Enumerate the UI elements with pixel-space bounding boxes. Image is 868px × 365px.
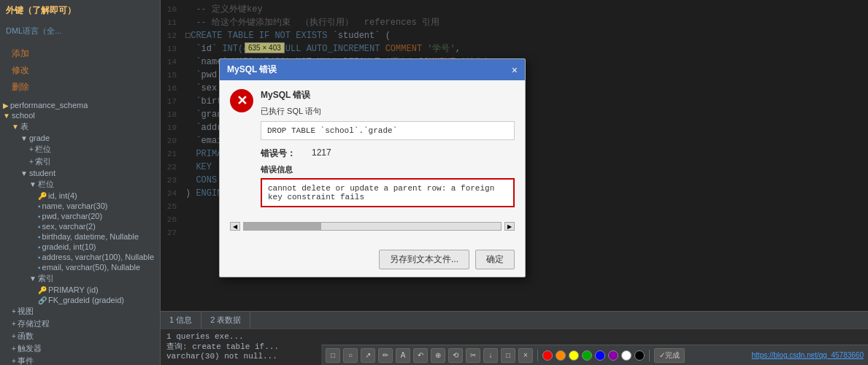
events-icon: +	[12, 357, 16, 365]
error-msg-label: 错误信息	[261, 164, 515, 175]
draw-download-btn[interactable]: ↓	[483, 348, 498, 363]
tree-item-field-sex: ▪ sex, varchar(2)	[0, 221, 160, 231]
student-index-icon: ▼	[29, 274, 37, 283]
scroll-left-arrow[interactable]: ◀	[230, 222, 240, 231]
tree-item-field-email: ▪ email, varchar(50), Nullable	[0, 262, 160, 272]
tree-item-school[interactable]: ▼ school	[0, 110, 160, 120]
field-icon-address: ▪	[38, 253, 41, 261]
triggers-icon: +	[12, 345, 16, 353]
tree-item-field-pwd: ▪ pwd, varchar(20)	[0, 211, 160, 221]
field-icon-name: ▪	[38, 202, 41, 210]
sidebar-actions: 添加 修改 删除	[0, 41, 160, 100]
scroll-track[interactable]	[243, 222, 502, 231]
color-red[interactable]	[542, 350, 553, 361]
modal-scrollbar: ◀ ▶	[230, 222, 515, 231]
draw-copy-btn[interactable]: □	[501, 348, 515, 363]
draw-crop-btn[interactable]: ⊕	[431, 348, 445, 363]
field-icon-email: ▪	[38, 264, 41, 272]
csdn-link[interactable]: https://blog.csdn.net/qq_45783660	[752, 351, 864, 359]
tree-item-field-gradeid: ▪ gradeid, int(10)	[0, 242, 160, 252]
dml-label: DML语言（全...	[0, 21, 160, 41]
field-icon-gradeid: ▪	[38, 243, 41, 251]
error-num-value: 1217	[312, 147, 331, 160]
procedures-icon: +	[12, 320, 16, 328]
mysql-error-dialog: MySQL 错误 × ✕ MySQL 错误 已执行 SQL 语句 DROP TA…	[219, 58, 526, 277]
tab-info[interactable]: 1 信息	[161, 312, 201, 328]
error-num-label: 错误号：	[261, 147, 297, 160]
tree-item-performance[interactable]: ▶ performance_schema	[0, 100, 160, 110]
table-grade-icon: ▼	[20, 134, 28, 142]
delete-action[interactable]: 删除	[6, 79, 154, 96]
ok-button[interactable]: 确定	[475, 250, 515, 269]
color-green[interactable]	[582, 350, 592, 361]
tree-item-grade-columns[interactable]: + 栏位	[0, 143, 160, 155]
tree-item-index-fk: 🔗 FK_gradeid (gradeid)	[0, 295, 160, 305]
error-icon: ✕	[230, 89, 253, 112]
tree-item-grade-index[interactable]: + 索引	[0, 155, 160, 168]
modal-body: ✕ MySQL 错误 已执行 SQL 语句 DROP TABLE `school…	[220, 80, 525, 245]
functions-icon: +	[12, 332, 16, 340]
columns-icon: +	[29, 145, 34, 153]
scroll-right-arrow[interactable]: ▶	[504, 222, 515, 231]
add-action[interactable]: 添加	[6, 45, 154, 62]
modal-close-button[interactable]: ×	[512, 65, 518, 75]
field-icon-id: 🔑	[38, 192, 47, 200]
folder-tables-icon: ▼	[12, 123, 19, 131]
modal-error-msg-box: cannot delete or update a parent row: a …	[261, 178, 515, 207]
sql-section-label: 已执行 SQL 语句	[261, 106, 515, 117]
tree-item-views[interactable]: + 视图	[0, 305, 160, 318]
tree-item-triggers[interactable]: + 触发器	[0, 342, 160, 355]
color-black[interactable]	[634, 350, 645, 361]
draw-rotate-btn[interactable]: ⟲	[448, 348, 463, 363]
draw-toolbar: □ ○ ↗ ✏ A ↶ ⊕ ⟲ ✂ ↓ □ × ✓完成 https://blog…	[321, 345, 868, 365]
draw-scissors-btn[interactable]: ✂	[466, 348, 480, 363]
modal-header: MySQL 错误 ×	[220, 59, 525, 80]
sidebar: 外键（了解即可） DML语言（全... 添加 修改 删除 ▶ performan…	[0, 0, 161, 365]
color-orange[interactable]	[556, 350, 566, 361]
dml-text: DML语言（全...	[6, 26, 61, 35]
tree-item-field-birthday: ▪ birthday, datetime, Nullable	[0, 231, 160, 242]
views-icon: +	[12, 307, 16, 315]
draw-circle-btn[interactable]: ○	[343, 348, 358, 363]
field-icon-pwd: ▪	[38, 212, 41, 220]
tree-item-field-name: ▪ name, varchar(30)	[0, 201, 160, 211]
tree-item-procedures[interactable]: + 存储过程	[0, 318, 160, 330]
color-blue[interactable]	[595, 350, 605, 361]
modal-icon-row: ✕ MySQL 错误 已执行 SQL 语句 DROP TABLE `school…	[230, 89, 515, 215]
draw-close-btn[interactable]: ×	[518, 348, 533, 363]
draw-pen-btn[interactable]: ✏	[378, 348, 393, 363]
draw-undo-btn[interactable]: ↶	[413, 348, 428, 363]
folder-open-icon: ▼	[3, 112, 10, 120]
color-yellow[interactable]	[569, 350, 579, 361]
draw-rect-btn[interactable]: □	[326, 348, 340, 363]
modal-subtitle: MySQL 错误	[261, 89, 515, 101]
index-icon: +	[29, 158, 34, 166]
editor-area[interactable]: 10 -- 定义外键key 11 -- 给这个外键添加约束 （执行引用） ref…	[161, 0, 868, 311]
student-columns-icon: ▼	[29, 180, 37, 188]
modal-overlay: MySQL 错误 × ✕ MySQL 错误 已执行 SQL 语句 DROP TA…	[161, 0, 868, 311]
tree-item-grade[interactable]: ▼ grade	[0, 133, 160, 143]
draw-finish-btn[interactable]: ✓完成	[654, 348, 685, 363]
draw-separator2	[649, 350, 650, 361]
tree-item-events[interactable]: + 事件	[0, 355, 160, 365]
scroll-thumb	[244, 223, 321, 230]
modal-sql-box: DROP TABLE `school`.`grade`	[261, 121, 515, 140]
tree-item-student-index[interactable]: ▼ 索引	[0, 272, 160, 285]
modal-error-row: 错误号： 1217	[261, 147, 515, 160]
foreign-key-label: 外键（了解即可）	[6, 5, 76, 15]
save-to-file-button[interactable]: 另存到文本文件...	[379, 250, 469, 269]
color-purple[interactable]	[608, 350, 618, 361]
draw-arrow-btn[interactable]: ↗	[361, 348, 375, 363]
draw-text-btn[interactable]: A	[396, 348, 410, 363]
modal-content: MySQL 错误 已执行 SQL 语句 DROP TABLE `school`.…	[261, 89, 515, 215]
tab-table-data[interactable]: 2 表数据	[201, 312, 250, 328]
modify-action[interactable]: 修改	[6, 62, 154, 79]
tree-item-tables[interactable]: ▼ 表	[0, 120, 160, 133]
tree-item-student-columns[interactable]: ▼ 栏位	[0, 178, 160, 191]
color-white[interactable]	[621, 350, 631, 361]
field-icon-birthday: ▪	[38, 233, 41, 241]
tree-item-student[interactable]: ▼ student	[0, 168, 160, 178]
tree-item-functions[interactable]: + 函数	[0, 330, 160, 342]
folder-icon: ▶	[3, 101, 9, 110]
tree-item-field-id: 🔑 id, int(4)	[0, 191, 160, 201]
